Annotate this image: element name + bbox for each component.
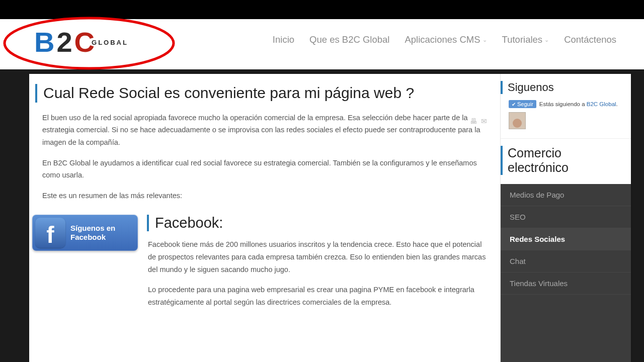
follow-profile-link[interactable]: B2C Global <box>587 101 616 107</box>
article-title: Cual Rede Social es conveniente para mi … <box>35 84 487 103</box>
sidebar-heading-siguenos: Siguenos <box>501 81 623 94</box>
main-nav: Inicio Que es B2C Global Aplicaciones CM… <box>273 34 616 45</box>
nav-inicio[interactable]: Inicio <box>273 34 294 45</box>
avatar[interactable] <box>509 112 526 129</box>
facebook-follow-badge[interactable]: f Síguenos en Facebook <box>32 215 138 251</box>
sidebar-item-medios-de-pago[interactable]: Medios de Pago <box>501 184 631 206</box>
logo-subtext: GLOBAL <box>92 39 128 46</box>
site-header: B 2 C GLOBAL Inicio Que es B2C Global Ap… <box>0 19 644 69</box>
article-paragraph: En B2C Global le ayudamos a identificar … <box>42 157 487 182</box>
sidebar-menu: Medios de Pago SEO Redes Sociales Chat T… <box>501 184 631 363</box>
follow-row: Seguir Estás siguiendo a B2C Global. <box>509 100 623 108</box>
nav-que-es[interactable]: Que es B2C Global <box>309 34 389 45</box>
facebook-heading: Facebook: <box>147 215 487 231</box>
chevron-down-icon: ⌄ <box>482 37 487 43</box>
article-main: Cual Rede Social es conveniente para mi … <box>29 74 500 362</box>
chevron-down-icon: ⌄ <box>544 37 549 43</box>
article-tools: 🖶 ✉ <box>470 117 487 125</box>
sidebar-item-seo[interactable]: SEO <box>501 206 631 228</box>
sidebar-heading-commerce: Comercio electrónico <box>501 146 623 175</box>
mail-icon[interactable]: ✉ <box>481 117 487 125</box>
nav-aplicaciones-cms[interactable]: Aplicaciones CMS⌄ <box>405 34 487 45</box>
article-paragraph: Este es un resumen de las más relevantes… <box>42 190 487 202</box>
logo-letter-2: 2 <box>56 28 72 56</box>
sidebar: Siguenos Seguir Estás siguiendo a B2C Gl… <box>500 74 631 362</box>
logo-letter-b: B <box>34 28 54 56</box>
article-paragraph: Lo procedente para una pagina web empres… <box>148 284 487 308</box>
page-stage: B 2 C GLOBAL Inicio Que es B2C Global Ap… <box>0 0 644 362</box>
facebook-badge-text: Síguenos en Facebook <box>70 224 115 242</box>
logo-letter-c: C <box>74 28 93 56</box>
facebook-section: f Síguenos en Facebook Facebook: Faceboo… <box>42 215 487 316</box>
content-card: Cual Rede Social es conveniente para mi … <box>29 74 631 362</box>
follow-button[interactable]: Seguir <box>509 100 536 108</box>
follow-status-text: Estás siguiendo a B2C Global. <box>539 101 618 107</box>
logo[interactable]: B 2 C GLOBAL <box>34 28 128 56</box>
facebook-icon: f <box>35 218 65 248</box>
sidebar-block-follow: Siguenos Seguir Estás siguiendo a B2C Gl… <box>501 74 631 138</box>
article-paragraph: El buen uso de la red social apropiada f… <box>42 112 487 149</box>
sidebar-item-chat[interactable]: Chat <box>501 250 631 273</box>
article-paragraph: Facebook tiene más de 200 millones usuar… <box>148 238 487 276</box>
nav-contactenos[interactable]: Contáctenos <box>564 34 616 45</box>
sidebar-item-redes-sociales[interactable]: Redes Sociales <box>501 228 631 250</box>
sidebar-item-tiendas-virtuales[interactable]: Tiendas Virtuales <box>501 273 631 295</box>
print-icon[interactable]: 🖶 <box>470 117 477 125</box>
sidebar-block-commerce: Comercio electrónico <box>501 138 631 184</box>
nav-tutoriales[interactable]: Tutoriales⌄ <box>502 34 549 45</box>
